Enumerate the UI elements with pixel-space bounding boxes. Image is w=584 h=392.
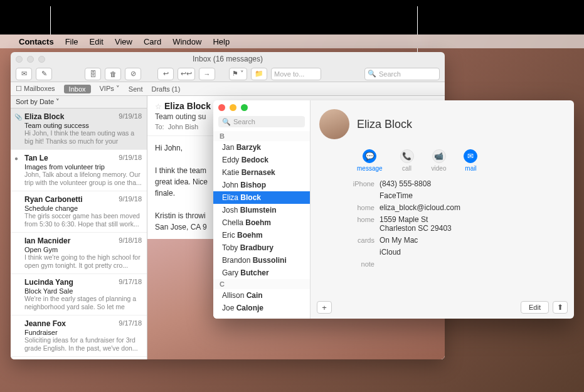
junk-button[interactable]: ⊘ [125,68,141,80]
message-item[interactable]: Ian Macnider 9/18/18 Open Gym I think we… [11,233,147,274]
mailboxes-toggle[interactable]: ☐ Mailboxes [16,85,55,93]
message-preview-text: Hi John, I think the team outing was a b… [24,129,142,146]
delete-button[interactable]: 🗑 [105,68,121,80]
message-action[interactable]: 💬message [357,149,383,172]
message-date: 9/17/18 [119,319,142,327]
message-item[interactable]: Ryan Carbonetti 9/19/18 Schedule change … [11,191,147,233]
message-indicator-icon [14,238,21,244]
compose-button[interactable]: ✎ [36,68,52,80]
message-preview-text: Soliciting ideas for a fundraiser for 3r… [24,336,142,352]
message-item[interactable]: Jeanne Fox 9/17/18 Fundraiser Soliciting… [11,315,147,357]
message-indicator-icon [14,279,21,285]
preview-sender: Eliza Block [164,101,211,111]
field-value[interactable]: (843) 555-8808 [380,179,431,188]
contact-name: Eliza Block [357,118,412,131]
field-value[interactable]: On My Mac [380,236,418,245]
menu-file[interactable]: File [65,37,78,46]
message-preview-text: John, Talk about a lifelong memory. Our … [24,171,142,187]
message-list: Sort by Date ˅ 📎 Eliza Block 9/19/18 Tea… [11,96,147,359]
field-value[interactable]: eliza_block@icloud.com [380,203,460,212]
mail-icon: ✉ [464,149,477,163]
message-item[interactable]: 📎 Eliza Block 9/19/18 Team outing succes… [11,109,147,150]
field-label: note [324,260,374,268]
share-button[interactable]: ⬆ [553,301,568,314]
contact-list-item[interactable]: Chella Boehm [213,216,310,229]
message-item[interactable]: ● Tan Le 9/19/18 Images from volunteer t… [11,150,147,191]
flag-button[interactable]: ⚑ ˅ [229,68,247,80]
sort-header[interactable]: Sort by Date ˅ [11,96,147,109]
vip-star-icon[interactable]: ☆ [155,102,162,111]
edit-button[interactable]: Edit [521,301,549,314]
message-date: 9/18/18 [119,236,142,244]
message-preview-text: I think we're going to the high school f… [24,253,142,270]
field-label: home [324,203,374,212]
contacts-search[interactable]: 🔍Search [218,116,305,127]
minimize-button[interactable] [230,104,236,111]
reply-button[interactable]: ↩ [157,68,174,80]
mail-title: Inbox (16 messages) [193,55,263,63]
archive-button[interactable]: 🗄 [85,68,101,80]
card-field: iPhone (843) 555-8808 [324,179,565,188]
card-field: FaceTime [324,191,565,200]
message-indicator-icon [14,320,21,327]
card-field: home 1559 Maple St Charleston SC 29403 [324,215,565,233]
get-mail-button[interactable]: ✉ [16,68,32,80]
close-button[interactable] [218,104,225,111]
favorites-bar: ☐ Mailboxes Inbox VIPs ˅ Sent Drafts (1) [11,82,445,96]
card-field: note [324,260,565,268]
forward-button[interactable]: → [199,68,215,80]
field-label [324,248,374,257]
message-preview-text: We're in the early stages of planning a … [24,295,142,311]
call-action[interactable]: 📞call [400,149,414,172]
mail-search[interactable]: 🔍Search [364,68,440,80]
contact-list-item[interactable]: Eric Boehm [213,229,310,241]
field-value[interactable]: FaceTime [380,191,413,200]
card-field: home eliza_block@icloud.com [324,203,565,212]
contact-list-item[interactable]: Eddy Bedock [213,154,310,166]
contact-list-item[interactable]: Gary Butcher [213,267,310,279]
add-button[interactable]: + [317,301,332,314]
contact-list-item[interactable]: Toby Bradbury [213,241,310,254]
contact-list-item[interactable]: John Bishop [213,179,310,191]
close-button[interactable] [16,56,23,63]
field-value[interactable]: iCloud [380,248,401,257]
minimize-button[interactable] [27,56,34,63]
avatar[interactable] [319,109,349,139]
message-date: 9/19/18 [119,195,142,203]
fav-sent[interactable]: Sent [129,85,143,93]
menu-card[interactable]: Card [144,37,161,46]
message-subject: Block Yard Sale [24,287,142,295]
contact-list-item[interactable]: Katie Bernasek [213,166,310,179]
message-date: 9/17/18 [119,278,142,285]
field-label [324,191,374,200]
menu-window[interactable]: Window [173,37,201,46]
zoom-button[interactable] [241,104,248,111]
contact-list-item[interactable]: Eliza Block [213,191,310,204]
field-label: iPhone [324,179,374,188]
field-label: home [324,215,374,233]
message-item[interactable]: ★ Eddy Bedock 9/17/18 Coming to Town Hey… [11,357,147,359]
app-menu[interactable]: Contacts [19,37,54,46]
fav-inbox[interactable]: Inbox [64,85,91,93]
menu-edit[interactable]: Edit [90,37,104,46]
contact-list-item[interactable]: Allison Cain [213,289,310,302]
field-value[interactable]: 1559 Maple St Charleston SC 29403 [380,215,452,233]
fav-vips[interactable]: VIPs ˅ [100,85,120,93]
moveto-button[interactable]: Move to... [271,68,321,80]
contact-list-item[interactable]: Jan Barzyk [213,141,310,154]
menu-help[interactable]: Help [213,37,230,46]
contact-list-item[interactable]: Josh Blumstein [213,204,310,216]
contact-list-item[interactable]: Brandon Bussolini [213,254,310,267]
mail-titlebar: Inbox (16 messages) [11,52,445,66]
fav-drafts[interactable]: Drafts (1) [151,85,180,93]
menu-view[interactable]: View [115,37,132,46]
video-action[interactable]: 📹video [432,149,447,172]
reply-all-button[interactable]: ↩↩ [178,68,195,80]
mail-action[interactable]: ✉mail [464,149,477,172]
contact-list-item[interactable]: Joe Calonje [213,302,310,314]
message-item[interactable]: Lucinda Yang 9/17/18 Block Yard Sale We'… [11,274,147,315]
section-header: C [213,279,310,289]
zoom-button[interactable] [38,56,45,63]
move-folder-icon[interactable]: 📁 [251,68,267,80]
search-icon: 🔍 [368,70,376,78]
